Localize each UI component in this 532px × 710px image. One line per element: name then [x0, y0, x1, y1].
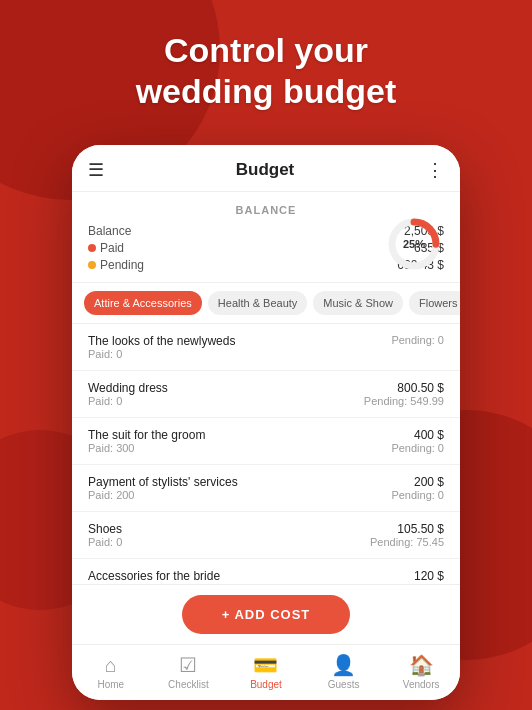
item-paid: Paid: 0 [88, 395, 168, 407]
donut-label: 25% [384, 214, 444, 274]
item-amount: 400 $ [391, 428, 444, 442]
hero-text: Control your wedding budget [0, 30, 532, 112]
content-area: BALANCE 25% Balance 2,500 $ Paid [72, 192, 460, 644]
guests-icon: 👤 [331, 653, 356, 677]
list-item: Accessories for the bride Paid: 135 120 … [72, 559, 460, 584]
donut-chart: 25% [384, 214, 444, 274]
item-name: Wedding dress [88, 381, 168, 395]
pending-dot [88, 261, 96, 269]
category-tabs: Attire & Accessories Health & Beauty Mus… [72, 283, 460, 324]
item-name: The looks of the newlyweds [88, 334, 235, 348]
nav-item-vendors[interactable]: 🏠 Vendors [382, 653, 460, 690]
item-name: Accessories for the bride [88, 569, 220, 583]
nav-item-budget[interactable]: 💳 Budget [227, 653, 305, 690]
item-paid: Paid: 300 [88, 442, 205, 454]
item-pending: Pending: 0 [391, 442, 444, 454]
item-amount: 200 $ [391, 475, 444, 489]
nav-item-guests[interactable]: 👤 Guests [305, 653, 383, 690]
item-paid: Paid: 200 [88, 489, 238, 501]
list-item: Wedding dress Paid: 0 800.50 $ Pending: … [72, 371, 460, 418]
more-icon[interactable]: ⋮ [426, 159, 444, 181]
add-cost-bar: + ADD COST [72, 584, 460, 644]
item-paid: Paid: 0 [88, 348, 235, 360]
balance-section: BALANCE 25% Balance 2,500 $ Paid [72, 192, 460, 283]
tab-flowers[interactable]: Flowers & D [409, 291, 460, 315]
item-pending: Pending: 0 [391, 334, 444, 346]
item-name: Shoes [88, 522, 122, 536]
guests-label: Guests [328, 679, 360, 690]
balance-row-label-pending: Pending [88, 258, 144, 272]
item-amount: 800.50 $ [364, 381, 444, 395]
header-title: Budget [236, 160, 295, 180]
nav-item-checklist[interactable]: ☑ Checklist [150, 653, 228, 690]
vendors-label: Vendors [403, 679, 440, 690]
item-name: Payment of stylists' services [88, 475, 238, 489]
list-item: The suit for the groom Paid: 300 400 $ P… [72, 418, 460, 465]
add-cost-button[interactable]: + ADD COST [182, 595, 351, 634]
home-icon: ⌂ [105, 654, 117, 677]
home-label: Home [97, 679, 124, 690]
budget-icon: 💳 [253, 653, 278, 677]
menu-icon[interactable]: ☰ [88, 159, 104, 181]
list-item: The looks of the newlyweds Paid: 0 Pendi… [72, 324, 460, 371]
item-name: The suit for the groom [88, 428, 205, 442]
nav-item-home[interactable]: ⌂ Home [72, 654, 150, 690]
list-item: Payment of stylists' services Paid: 200 … [72, 465, 460, 512]
vendors-icon: 🏠 [409, 653, 434, 677]
app-header: ☰ Budget ⋮ [72, 145, 460, 192]
item-pending: Pending: 0 [391, 489, 444, 501]
budget-label: Budget [250, 679, 282, 690]
items-list: The looks of the newlyweds Paid: 0 Pendi… [72, 324, 460, 584]
bottom-nav: ⌂ Home ☑ Checklist 💳 Budget 👤 Guests 🏠 V… [72, 644, 460, 700]
balance-row-label-paid: Paid [88, 241, 124, 255]
tab-health[interactable]: Health & Beauty [208, 291, 308, 315]
hero-line2: wedding budget [136, 72, 397, 110]
phone-frame: ☰ Budget ⋮ BALANCE 25% Balance 2,500 $ [72, 145, 460, 700]
item-paid: Paid: 0 [88, 536, 122, 548]
item-amount: 105.50 $ [370, 522, 444, 536]
item-pending: Pending: 75.45 [370, 536, 444, 548]
item-amount: 120 $ [391, 569, 444, 583]
checklist-label: Checklist [168, 679, 209, 690]
balance-row-label-balance: Balance [88, 224, 131, 238]
paid-dot [88, 244, 96, 252]
checklist-icon: ☑ [179, 653, 197, 677]
tab-attire[interactable]: Attire & Accessories [84, 291, 202, 315]
hero-line1: Control your [164, 31, 368, 69]
tab-music[interactable]: Music & Show [313, 291, 403, 315]
item-pending: Pending: 549.99 [364, 395, 444, 407]
list-item: Shoes Paid: 0 105.50 $ Pending: 75.45 [72, 512, 460, 559]
